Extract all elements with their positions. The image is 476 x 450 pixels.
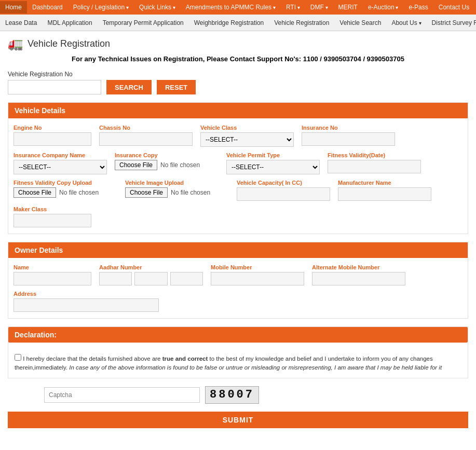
insurance-copy-group: Insurance Copy Choose File No file chose… xyxy=(115,152,219,174)
nav-quicklinks[interactable]: Quick Links xyxy=(134,1,181,13)
chassis-no-label: Chassis No xyxy=(99,125,193,131)
alt-mobile-label: Alternate Mobile Number xyxy=(312,264,405,270)
aadhar-part1[interactable] xyxy=(99,272,132,285)
mobile-number-input[interactable] xyxy=(211,272,304,285)
vehicle-class-select[interactable]: --SELECT-- xyxy=(200,132,294,147)
aadhar-part2[interactable] xyxy=(134,272,167,285)
nav-home[interactable]: Home xyxy=(0,1,27,13)
vehicle-reg-field: Vehicle Registration No xyxy=(8,71,101,94)
declaration-checkbox-label: I hereby declare that the details furnis… xyxy=(15,356,442,371)
nav-weighbridge[interactable]: Weighbridge Registration xyxy=(189,16,269,30)
nav-district-survey[interactable]: District Survey Report xyxy=(427,16,476,30)
insurance-company-group: Insurance Company Name --SELECT-- xyxy=(13,152,107,174)
nav-dashboard[interactable]: Dashboard xyxy=(27,1,68,13)
search-button[interactable]: SEARCH xyxy=(106,80,152,94)
vehicle-image-upload: Choose File No file chosen xyxy=(125,187,229,198)
nav-lease-data[interactable]: Lease Data xyxy=(0,16,42,30)
nav-merit[interactable]: MERIT xyxy=(333,1,363,13)
nav-contactus[interactable]: Contact Us xyxy=(433,1,474,13)
nav-eauction[interactable]: e-Auction xyxy=(363,1,403,13)
vehicle-image-no-file: No file chosen xyxy=(171,189,210,196)
fitness-validity-copy-upload: Choose File No file chosen xyxy=(13,187,117,198)
vehicle-capacity-group: Vehicle Capacity( In CC) xyxy=(237,180,330,201)
insurance-company-label: Insurance Company Name xyxy=(13,152,107,158)
owner-name-input[interactable] xyxy=(13,272,91,285)
insurance-copy-label: Insurance Copy xyxy=(115,152,219,158)
fitness-validity-copy-choose-btn[interactable]: Choose File xyxy=(13,187,56,198)
owner-details-header: Owner Details xyxy=(8,242,468,258)
engine-no-input[interactable] xyxy=(13,132,91,146)
manufacturer-name-group: Manufacturer Name xyxy=(338,180,431,201)
submit-row: SUBMIT xyxy=(8,412,468,428)
manufacturer-name-label: Manufacturer Name xyxy=(338,180,431,186)
nav-epass[interactable]: e-Pass xyxy=(403,1,433,13)
nav-vehicle-search[interactable]: Vehicle Search xyxy=(334,16,386,30)
nav-mdl-application[interactable]: MDL Application xyxy=(42,16,97,30)
insurance-no-input[interactable] xyxy=(302,132,395,146)
nav-amendments[interactable]: Amendments to APMMC Rules xyxy=(181,1,281,13)
declaration-content: I hereby declare that the details furnis… xyxy=(15,356,442,371)
captcha-input[interactable] xyxy=(44,387,200,403)
vehicle-image-choose-btn[interactable]: Choose File xyxy=(125,187,168,198)
captcha-row: 88007 xyxy=(44,386,468,404)
aadhar-number-label: Aadhar Number xyxy=(99,264,203,270)
declaration-text: I hereby declare that the details furnis… xyxy=(8,349,468,378)
captcha-value: 88007 xyxy=(210,388,254,401)
nav-temp-permit[interactable]: Temporary Permit Application xyxy=(98,16,189,30)
vehicle-class-group: Vehicle Class --SELECT-- xyxy=(200,125,294,147)
chassis-no-input[interactable] xyxy=(99,132,193,146)
maker-class-input[interactable] xyxy=(13,214,91,227)
owner-name-label: Name xyxy=(13,264,91,270)
fitness-validity-input[interactable] xyxy=(328,160,421,173)
page-header: 🚛 Vehicle Registration xyxy=(8,36,468,51)
nav-policy[interactable]: Policy / Legislation xyxy=(68,1,134,13)
fitness-validity-copy-no-file: No file chosen xyxy=(59,189,99,196)
nav-dmf[interactable]: DMF xyxy=(305,1,333,13)
alt-mobile-input[interactable] xyxy=(312,272,405,285)
second-navigation: Lease Data MDL Application Temporary Per… xyxy=(0,15,476,31)
vehicle-reg-input[interactable] xyxy=(8,80,101,94)
nav-rti[interactable]: RTI xyxy=(281,1,305,13)
insurance-no-label: Insurance No xyxy=(302,125,395,131)
vehicle-permit-type-label: Vehicle Permit Type xyxy=(226,152,320,158)
declaration-header: Declaration: xyxy=(8,327,468,343)
vehicle-class-label: Vehicle Class xyxy=(200,125,294,131)
engine-no-label: Engine No xyxy=(13,125,91,131)
vehicle-permit-type-select[interactable]: --SELECT-- xyxy=(226,160,320,174)
captcha-image: 88007 xyxy=(205,386,259,404)
maker-class-label: Maker Class xyxy=(13,206,91,212)
nav-about-us[interactable]: About Us xyxy=(386,16,426,30)
address-label: Address xyxy=(13,291,463,297)
vehicle-capacity-label: Vehicle Capacity( In CC) xyxy=(237,180,330,186)
chassis-no-group: Chassis No xyxy=(99,125,193,147)
fitness-validity-copy-group: Fitness Validity Copy Upload Choose File… xyxy=(13,180,117,201)
vehicle-image-group: Vehicle Image Upload Choose File No file… xyxy=(125,180,229,201)
aadhar-number-group: Aadhar Number xyxy=(99,264,203,285)
insurance-copy-no-file: No file chosen xyxy=(160,161,200,169)
manufacturer-name-input[interactable] xyxy=(338,187,431,201)
aadhar-part3[interactable] xyxy=(170,272,203,285)
declaration-checkbox[interactable] xyxy=(15,354,21,361)
alt-mobile-group: Alternate Mobile Number xyxy=(312,264,405,285)
fitness-validity-label: Fitness Validity(Date) xyxy=(328,152,421,158)
search-bar: Vehicle Registration No SEARCH RESET xyxy=(8,71,468,94)
reset-button[interactable]: RESET xyxy=(157,80,196,94)
owner-name-group: Name xyxy=(13,264,91,285)
engine-no-group: Engine No xyxy=(13,125,91,147)
submit-button[interactable]: SUBMIT xyxy=(8,412,468,428)
insurance-company-select[interactable]: --SELECT-- xyxy=(13,160,107,174)
mobile-number-group: Mobile Number xyxy=(211,264,304,285)
insurance-copy-choose-btn[interactable]: Choose File xyxy=(115,160,157,170)
mobile-number-label: Mobile Number xyxy=(211,264,304,270)
truck-icon: 🚛 xyxy=(8,36,23,51)
address-group: Address xyxy=(13,291,463,312)
fitness-validity-copy-label: Fitness Validity Copy Upload xyxy=(13,180,117,186)
address-input[interactable] xyxy=(13,298,159,312)
vehicle-details-fields: Engine No Chassis No Vehicle Class --SEL… xyxy=(8,118,468,234)
vehicle-capacity-input[interactable] xyxy=(237,187,330,201)
page-content: 🚛 Vehicle Registration For any Technical… xyxy=(0,31,476,441)
owner-details-section: Owner Details Name Aadhar Number Mobile … xyxy=(8,242,468,319)
owner-details-fields: Name Aadhar Number Mobile Number Alterna… xyxy=(8,258,468,318)
vehicle-details-header: Vehicle Details xyxy=(8,103,468,118)
nav-vehicle-registration[interactable]: Vehicle Registration xyxy=(269,16,334,30)
